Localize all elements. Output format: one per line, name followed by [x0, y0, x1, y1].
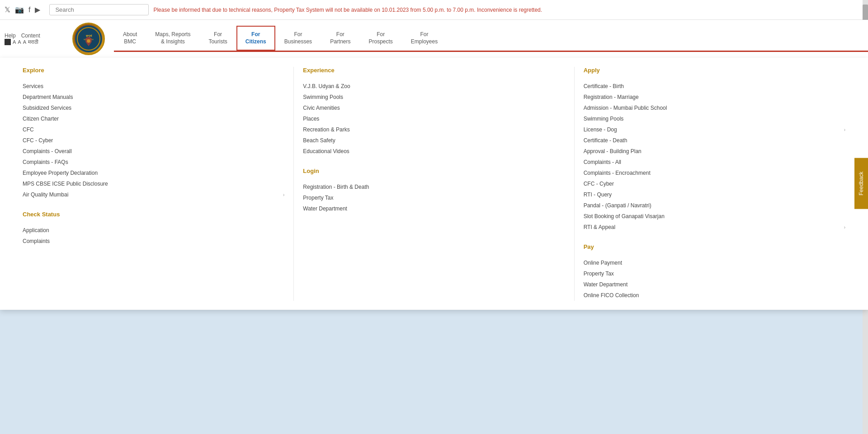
youtube-icon[interactable]: ▶ [35, 5, 40, 14]
search-input[interactable] [49, 4, 149, 15]
explore-citizen-charter[interactable]: Citizen Charter [23, 113, 284, 124]
marquee-text: Please be informed that due to technical… [153, 7, 542, 13]
main-nav: AboutBMC Maps, Reports& Insights ForTour… [114, 26, 868, 52]
language-toggle[interactable]: मराठी [28, 39, 38, 45]
nav-employees-label: ForEmployees [411, 31, 438, 45]
font-small-btn[interactable]: A [13, 39, 16, 45]
font-box [5, 39, 11, 45]
check-complaints[interactable]: Complaints [23, 236, 284, 247]
nav-businesses-label: ForBusinesses [284, 31, 312, 45]
exp-recreation-parks[interactable]: Recreation & Parks [303, 124, 565, 135]
login-property-tax[interactable]: Property Tax [303, 192, 565, 203]
apply-cert-birth[interactable]: Certificate - Birth [584, 81, 845, 92]
explore-services[interactable]: Services [23, 81, 284, 92]
header-controls: Help Content [5, 33, 40, 39]
social-icons: 𝕏 📷 f ▶ [5, 5, 40, 14]
check-status-title: Check Status [23, 211, 284, 219]
pay-fico-collection[interactable]: Online FICO Collection [584, 290, 845, 301]
explore-mps-cbse[interactable]: MPS CBSE ICSE Public Disclosure [23, 178, 284, 189]
apply-license-dog[interactable]: License - Dog › [584, 124, 845, 135]
explore-complaints-overall[interactable]: Complaints - Overall [23, 146, 284, 157]
nav-about-bmc[interactable]: AboutBMC [114, 26, 146, 51]
header-nav-wrapper: Help Content A A A मराठी बृहन्मुंबई महान… [0, 20, 868, 58]
apply-swimming-pools[interactable]: Swimming Pools [584, 113, 845, 124]
apply-building-plan[interactable]: Approval - Building Plan [584, 146, 845, 157]
facebook-icon[interactable]: f [28, 6, 30, 14]
nav-prospects-label: ForProspects [368, 31, 392, 45]
help-link[interactable]: Help [5, 33, 16, 39]
font-large-btn[interactable]: A [23, 39, 26, 45]
explore-complaints-faqs[interactable]: Complaints - FAQs [23, 157, 284, 168]
apply-cfc-cyber[interactable]: CFC - Cyber [584, 178, 845, 189]
exp-places[interactable]: Places [303, 113, 565, 124]
explore-dept-manuals[interactable]: Department Manuals [23, 92, 284, 103]
svg-point-3 [87, 39, 90, 43]
apply-pandal[interactable]: Pandal - (Ganpati / Navratri) [584, 200, 845, 211]
explore-title: Explore [23, 67, 284, 75]
apply-admission-school[interactable]: Admission - Mumbai Public School [584, 103, 845, 113]
nav-maps-reports[interactable]: Maps, Reports& Insights [146, 26, 199, 51]
marquee-ticker: Please be informed that due to technical… [153, 7, 863, 13]
check-application[interactable]: Application [23, 225, 284, 236]
citizens-dropdown: Explore Services Department Manuals Subs… [0, 58, 868, 310]
nav-for-prospects[interactable]: ForProspects [359, 26, 401, 51]
experience-column: Experience V.J.B. Udyan & Zoo Swimming P… [294, 67, 574, 301]
exp-civic-amenities[interactable]: Civic Amenities [303, 103, 565, 113]
login-water-dept[interactable]: Water Department [303, 203, 565, 214]
explore-column: Explore Services Department Manuals Subs… [14, 67, 294, 301]
nav-citizens-label: ForCitizens [245, 31, 266, 45]
apply-column: Apply Certificate - Birth Registration -… [575, 67, 854, 301]
top-bar: 𝕏 📷 f ▶ Please be informed that due to t… [0, 0, 868, 20]
apply-rti-appeal[interactable]: RTI & Appeal › [584, 222, 845, 233]
nav-for-citizens[interactable]: ForCitizens [236, 26, 275, 51]
apply-complaints-all[interactable]: Complaints - All [584, 157, 845, 168]
apply-reg-marriage[interactable]: Registration - Marriage [584, 92, 845, 103]
bmc-logo[interactable]: बृहन्मुंबई महानगरपालिका [72, 23, 105, 55]
nav-maps-label: Maps, Reports& Insights [155, 31, 190, 45]
apply-ganapati-slot[interactable]: Slot Booking of Ganapati Visarjan [584, 211, 845, 222]
nav-partners-label: ForPartners [330, 31, 350, 45]
exp-educational-videos[interactable]: Educational Videos [303, 146, 565, 157]
experience-title: Experience [303, 67, 565, 75]
nav-for-partners[interactable]: ForPartners [321, 26, 359, 51]
explore-cfc[interactable]: CFC [23, 124, 284, 135]
pay-property-tax[interactable]: Property Tax [584, 268, 845, 279]
nav-tourists-label: ForTourists [208, 31, 227, 45]
login-title: Login [303, 168, 565, 176]
exp-vjb-udyan[interactable]: V.J.B. Udyan & Zoo [303, 81, 565, 92]
exp-swimming-pools[interactable]: Swimming Pools [303, 92, 565, 103]
pay-title: Pay [584, 243, 845, 252]
content-link[interactable]: Content [21, 33, 40, 39]
feedback-tab[interactable]: Feedback [854, 158, 868, 209]
apply-title: Apply [584, 67, 845, 75]
instagram-icon[interactable]: 📷 [15, 5, 24, 14]
pay-water-dept[interactable]: Water Department [584, 279, 845, 290]
font-controls: A A A मराठी [5, 39, 38, 45]
nav-for-tourists[interactable]: ForTourists [199, 26, 236, 51]
nav-for-employees[interactable]: ForEmployees [402, 26, 447, 51]
air-quality-arrow: › [283, 192, 284, 197]
license-dog-arrow: › [844, 127, 845, 132]
pay-online-payment[interactable]: Online Payment [584, 257, 845, 268]
logo-inner: बृहन्मुंबई महानगरपालिका [75, 25, 102, 52]
explore-employee-property[interactable]: Employee Property Declaration [23, 168, 284, 178]
main-header: Help Content A A A मराठी बृहन्मुंबई महान… [0, 20, 868, 58]
explore-air-quality[interactable]: Air Quality Mumbai › [23, 189, 284, 200]
explore-subsidized[interactable]: Subsidized Services [23, 103, 284, 113]
rti-appeal-arrow: › [844, 225, 845, 230]
exp-beach-safety[interactable]: Beach Safety [303, 135, 565, 146]
nav-about-bmc-label: AboutBMC [123, 31, 137, 45]
apply-rti-query[interactable]: RTI - Query [584, 189, 845, 200]
explore-cfc-cyber[interactable]: CFC - Cyber [23, 135, 284, 146]
login-registration-birth-death[interactable]: Registration - Birth & Death [303, 182, 565, 192]
font-medium-btn[interactable]: A [18, 39, 21, 45]
logo-area: बृहन्मुंबई महानगरपालिका [63, 20, 114, 58]
twitter-icon[interactable]: 𝕏 [5, 5, 10, 14]
apply-cert-death[interactable]: Certificate - Death [584, 135, 845, 146]
header-left: Help Content A A A मराठी [0, 30, 63, 48]
apply-complaints-encroach[interactable]: Complaints - Encroachment [584, 168, 845, 178]
nav-for-businesses[interactable]: ForBusinesses [275, 26, 321, 51]
